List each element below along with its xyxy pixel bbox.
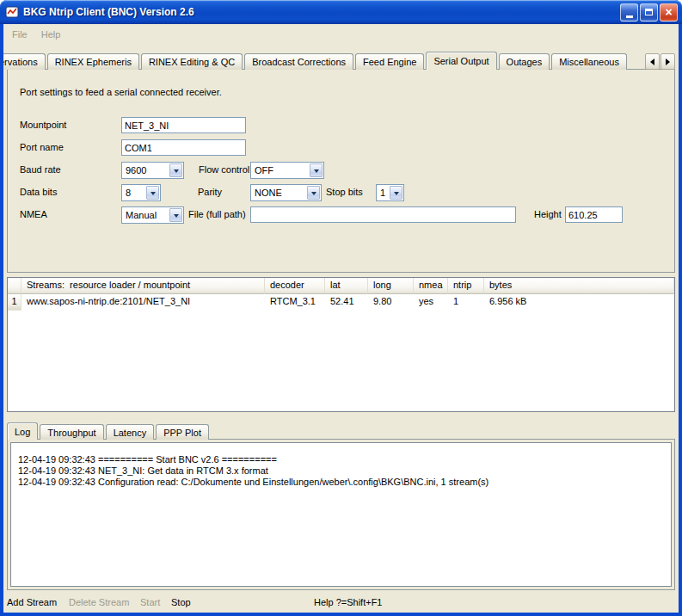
col-mountpoint[interactable]: Streams: resource loader / mountpoint — [22, 278, 265, 294]
arrow-left-icon — [650, 59, 654, 65]
tab-bar: ervations RINEX Ephemeris RINEX Editing … — [3, 52, 644, 70]
flow-control-select[interactable]: OFF — [250, 162, 324, 179]
dropdown-arrow-icon — [169, 208, 182, 222]
cell-ntrip: 1 — [448, 294, 484, 311]
data-bits-select[interactable]: 8 — [121, 184, 161, 201]
stop-bits-label: Stop bits — [326, 187, 363, 197]
menu-help[interactable]: Help — [34, 27, 68, 42]
cell-long: 9.80 — [368, 294, 414, 311]
nmea-select[interactable]: Manual — [121, 206, 184, 224]
cell-nmea: yes — [414, 294, 448, 311]
flow-control-label: Flow control — [199, 164, 249, 175]
baud-rate-label: Baud rate — [20, 164, 61, 175]
client-area: File Help ervations RINEX Ephemeris RINE… — [3, 24, 679, 613]
tab-outages[interactable]: Outages — [499, 53, 550, 70]
menu-file[interactable]: File — [5, 27, 34, 42]
app-icon — [5, 5, 19, 19]
streams-table-header: Streams: resource loader / mountpoint de… — [8, 278, 674, 294]
nmea-label: NMEA — [20, 209, 47, 219]
tab-serial-output[interactable]: Serial Output — [426, 52, 496, 70]
dropdown-arrow-icon — [310, 163, 323, 177]
tab-scroll-buttons — [645, 53, 675, 70]
parity-label: Parity — [198, 187, 222, 197]
log-line: 12-04-19 09:32:43 NET_3_NI: Get data in … — [18, 465, 664, 477]
close-button[interactable]: × — [660, 3, 678, 22]
minimize-button[interactable] — [620, 3, 638, 22]
help-button[interactable]: Help ?=Shift+F1 — [314, 597, 383, 607]
window-title: BKG Ntrip Client (BNC) Version 2.6 — [23, 6, 620, 18]
start-button[interactable]: Start — [140, 597, 160, 607]
row-number: 1 — [8, 294, 22, 311]
tab-throughput[interactable]: Throughput — [40, 424, 103, 440]
tab-rinex-ephemeris[interactable]: RINEX Ephemeris — [47, 53, 139, 70]
panel-description: Port settings to feed a serial connected… — [20, 87, 222, 97]
stop-bits-select[interactable]: 1 — [376, 184, 404, 201]
col-nmea[interactable]: nmea — [414, 278, 448, 294]
port-name-input[interactable] — [121, 139, 246, 156]
arrow-right-icon — [666, 59, 670, 65]
parity-select[interactable]: NONE — [250, 184, 322, 201]
height-input[interactable] — [565, 206, 623, 223]
port-name-label: Port name — [20, 142, 64, 152]
tab-observations[interactable]: ervations — [3, 53, 46, 70]
log-line: 12-04-19 09:32:43 ========== Start BNC v… — [18, 454, 664, 465]
row-number-header — [8, 278, 22, 294]
cell-mountpoint: www.sapos-ni-ntrip.de:2101/NET_3_NI — [22, 294, 265, 311]
menubar: File Help — [5, 26, 67, 43]
col-bytes[interactable]: bytes — [484, 278, 674, 294]
titlebar[interactable]: BKG Ntrip Client (BNC) Version 2.6 × — [0, 0, 682, 24]
cell-lat: 52.41 — [325, 294, 368, 311]
dropdown-arrow-icon — [146, 186, 159, 200]
mountpoint-input[interactable] — [121, 117, 246, 133]
tab-broadcast-corrections[interactable]: Broadcast Corrections — [244, 53, 353, 70]
col-ntrip[interactable]: ntrip — [448, 278, 484, 294]
app-window: BKG Ntrip Client (BNC) Version 2.6 × Fil… — [0, 0, 682, 616]
dropdown-arrow-icon — [390, 186, 402, 200]
serial-output-panel: Port settings to feed a serial connected… — [7, 69, 675, 273]
data-bits-label: Data bits — [20, 187, 57, 197]
cell-bytes: 6.956 kB — [484, 294, 674, 311]
col-decoder[interactable]: decoder — [265, 278, 325, 294]
file-path-input[interactable] — [250, 206, 516, 223]
cell-decoder: RTCM_3.1 — [265, 294, 325, 311]
file-path-label: File (full path) — [188, 209, 246, 219]
stop-button[interactable]: Stop — [171, 597, 191, 607]
streams-table: Streams: resource loader / mountpoint de… — [7, 277, 675, 412]
tab-miscellaneous[interactable]: Miscellaneous — [551, 53, 627, 70]
log-output[interactable]: 12-04-19 09:32:43 ========== Start BNC v… — [10, 442, 672, 587]
tab-scroll-left-button[interactable] — [645, 53, 660, 70]
tab-feed-engine[interactable]: Feed Engine — [355, 53, 424, 70]
log-panel: 12-04-19 09:32:43 ========== Start BNC v… — [7, 439, 675, 590]
bottom-tab-bar: Log Throughput Latency PPP Plot — [7, 422, 211, 440]
stream-row[interactable]: 1 www.sapos-ni-ntrip.de:2101/NET_3_NI RT… — [8, 294, 674, 311]
dropdown-arrow-icon — [169, 163, 182, 177]
window-controls: × — [620, 3, 678, 22]
col-lat[interactable]: lat — [325, 278, 368, 294]
height-label: Height — [534, 209, 562, 219]
tab-latency[interactable]: Latency — [106, 424, 155, 440]
log-line: 12-04-19 09:32:43 Configuration read: C:… — [18, 477, 664, 488]
delete-stream-button[interactable]: Delete Stream — [69, 597, 129, 607]
add-stream-button[interactable]: Add Stream — [7, 597, 57, 607]
dropdown-arrow-icon — [307, 186, 320, 200]
tab-ppp-plot[interactable]: PPP Plot — [156, 424, 209, 440]
tab-scroll-right-button[interactable] — [660, 53, 675, 70]
col-long[interactable]: long — [368, 278, 414, 294]
maximize-button[interactable] — [640, 3, 658, 22]
tab-rinex-editing-qc[interactable]: RINEX Editing & QC — [141, 53, 243, 70]
baud-rate-select[interactable]: 9600 — [121, 162, 184, 179]
mountpoint-label: Mountpoint — [20, 120, 66, 130]
tab-log[interactable]: Log — [7, 422, 38, 440]
